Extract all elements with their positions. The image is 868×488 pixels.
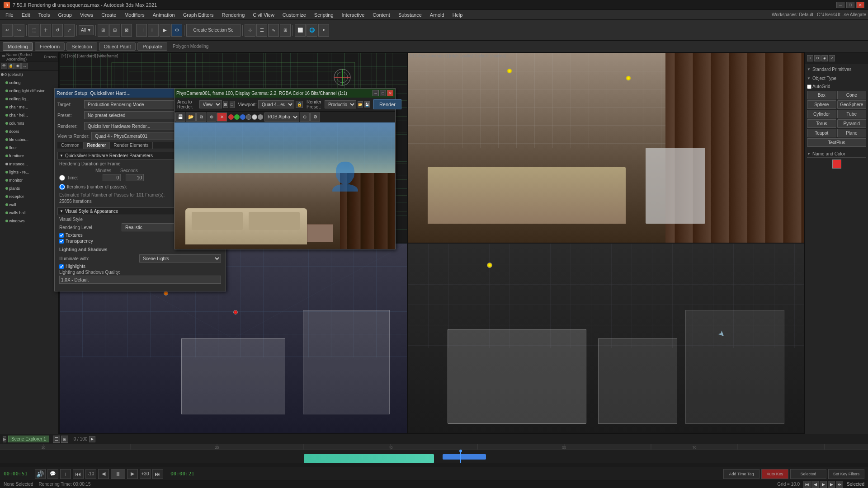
scene-item-ceiling[interactable]: ceiling <box>0 79 58 87</box>
environment-btn[interactable]: 🌐 <box>307 24 317 37</box>
scene-item-chair-hel[interactable]: chair hel... <box>0 111 58 119</box>
panel-icon-4[interactable]: ⊿ <box>829 55 835 61</box>
scene-item-chair-me[interactable]: chair me... <box>0 103 58 111</box>
render-out-minimize[interactable]: ─ <box>373 90 379 96</box>
fwd-30-btn[interactable]: +30 <box>140 469 151 479</box>
scale-btn[interactable]: ⤢ <box>64 24 75 37</box>
menu-create[interactable]: Create <box>98 11 120 19</box>
menu-edit[interactable]: Edit <box>18 11 34 19</box>
snap-2d-btn[interactable]: ⊞ <box>98 24 108 37</box>
schematic-btn[interactable]: ⊞ <box>280 24 291 37</box>
timeline-track[interactable]: 10 25 40 55 70 <box>0 444 868 467</box>
prim-sphere[interactable]: Sphere <box>807 100 836 109</box>
scene-item-file-cabin[interactable]: file cabin... <box>0 136 58 144</box>
sidebar-lock-btn[interactable]: 🔒 <box>8 63 14 69</box>
scene-item-doors[interactable]: doors <box>0 127 58 136</box>
prev-frame-btn[interactable]: ◀ <box>98 469 109 479</box>
prim-tube[interactable]: Tube <box>837 110 867 118</box>
alpha-channel-dot[interactable] <box>246 114 251 120</box>
prim-torus[interactable]: Torus <box>807 119 836 128</box>
menu-interactive[interactable]: Interactive <box>338 11 368 19</box>
playback-start-btn[interactable]: ⏮ <box>803 481 811 488</box>
playback-prev-btn[interactable]: ◀ <box>811 481 819 488</box>
iterations-radio[interactable] <box>59 184 65 190</box>
viewport-top-right[interactable]: [+] [PhysCamera001] [High Quality] [Defa… <box>407 52 805 243</box>
prim-geosphere[interactable]: GeoSphere <box>837 100 867 109</box>
menu-help[interactable]: Help <box>449 11 467 19</box>
panel-icon-2[interactable]: ⊙ <box>814 55 821 61</box>
redo-btn[interactable]: ↪ <box>14 24 24 37</box>
key-mode-btn[interactable]: 💬 <box>47 469 58 479</box>
auto-key-btn[interactable]: Auto Key <box>761 469 788 479</box>
viewport-tl-label[interactable]: [+] [Top] [Standard] [Wireframe] <box>61 54 118 58</box>
curve-mode-btn[interactable]: | <box>60 469 71 479</box>
menu-customize[interactable]: Customize <box>279 11 310 19</box>
time-minutes-input[interactable] <box>103 174 121 181</box>
viewport-param-select[interactable]: Quad 4...era001 <box>258 100 294 108</box>
scene-item-columns[interactable]: columns <box>0 119 58 127</box>
tab-populate[interactable]: Populate <box>137 42 167 51</box>
scene-item-furniture[interactable]: furniture <box>0 152 58 160</box>
render-out-close[interactable]: ✕ <box>387 90 393 96</box>
color-swatch[interactable] <box>832 160 841 169</box>
timeline-expand-btn[interactable]: ▶ <box>3 436 6 442</box>
prim-plane[interactable]: Plane <box>837 129 867 137</box>
scene-item-ceiling-light-diffusion[interactable]: ceiling light diffusion <box>0 87 58 95</box>
area-select[interactable]: View <box>199 100 222 108</box>
scene-item-ceiling-lig[interactable]: ceiling lig... <box>0 95 58 103</box>
undo-btn[interactable]: ↩ <box>2 24 13 37</box>
blue-channel-dot[interactable] <box>240 114 245 120</box>
menu-civil-view[interactable]: Civil View <box>249 11 278 19</box>
render-save-btn[interactable]: 💾 <box>175 113 185 122</box>
time-radio[interactable] <box>59 175 65 181</box>
tab-selection[interactable]: Selection <box>66 42 97 51</box>
playback-end-btn[interactable]: ⏭ <box>836 481 843 488</box>
snap-angle-btn[interactable]: ⊠ <box>121 24 132 37</box>
scene-explorer-tab[interactable]: Scene Explorer 1 <box>8 436 49 442</box>
illuminate-select[interactable]: Scene Lights <box>139 254 221 263</box>
scene-item-walls-hall[interactable]: walls hall <box>0 209 58 217</box>
create-selection-btn[interactable]: Create Selection Se <box>186 24 241 37</box>
sidebar-more-btn[interactable]: … <box>21 63 28 69</box>
key-filter-btn[interactable]: Add Time Tag <box>723 469 760 479</box>
prim-cone[interactable]: Cone <box>837 91 867 99</box>
tab-renderer[interactable]: Renderer <box>84 142 110 149</box>
sidebar-render-btn[interactable]: ◉ <box>14 63 21 69</box>
effects-btn[interactable]: ✦ <box>318 24 329 37</box>
scene-item-monitor[interactable]: monitor <box>0 176 58 184</box>
playback-play-sb-btn[interactable]: ▶ <box>820 481 827 488</box>
menu-graph-editors[interactable]: Graph Editors <box>179 11 217 19</box>
preset-save-btn[interactable]: 💾 <box>364 101 370 108</box>
prim-teapot[interactable]: Teapot <box>807 129 836 137</box>
menu-views[interactable]: Views <box>76 11 97 19</box>
white-channel-dot[interactable] <box>252 114 257 120</box>
tab-modeling[interactable]: Modeling <box>3 42 33 51</box>
rotate-btn[interactable]: ↺ <box>52 24 63 37</box>
sidebar-eye-btn[interactable]: 👁 <box>1 63 7 69</box>
transparency-check[interactable] <box>59 239 64 244</box>
set-key-filters-btn[interactable]: Set Key Filters <box>828 469 864 479</box>
close-btn[interactable]: ✕ <box>856 2 864 8</box>
prim-cylinder[interactable]: Cylinder <box>807 110 836 118</box>
area-region-btn[interactable]: □ <box>230 101 235 108</box>
scene-item-plants[interactable]: plants <box>0 184 58 192</box>
channel-select[interactable]: RGB Alpha <box>264 113 299 122</box>
menu-file[interactable]: File <box>2 11 17 19</box>
select-btn[interactable]: ⬚ <box>28 24 39 37</box>
render-frame-btn[interactable]: ⬜ <box>295 24 306 37</box>
scene-item-wall[interactable]: wall <box>0 201 58 209</box>
scene-item-instance[interactable]: Instance... <box>0 160 58 168</box>
layer-btn[interactable]: ☰ <box>256 24 267 37</box>
render-open-btn[interactable]: 📂 <box>186 113 196 122</box>
tab-common[interactable]: Common <box>57 142 84 149</box>
viewport-bottom-right[interactable]: ➤ <box>407 243 805 434</box>
render-close-btn[interactable]: ✕ <box>217 113 227 122</box>
tab-render-elements[interactable]: Render Elements <box>110 142 152 149</box>
next-frame-btn[interactable]: ▶ <box>127 469 138 479</box>
quick-render-btn[interactable]: ▶ <box>160 24 170 37</box>
minimize-btn[interactable]: ─ <box>836 2 844 8</box>
mirror-btn[interactable]: ⊣ <box>136 24 147 37</box>
array-btn[interactable]: ⊢ <box>148 24 159 37</box>
area-icon-btn[interactable]: ⊞ <box>223 101 228 108</box>
tab-freeform[interactable]: Freeform <box>35 42 65 51</box>
